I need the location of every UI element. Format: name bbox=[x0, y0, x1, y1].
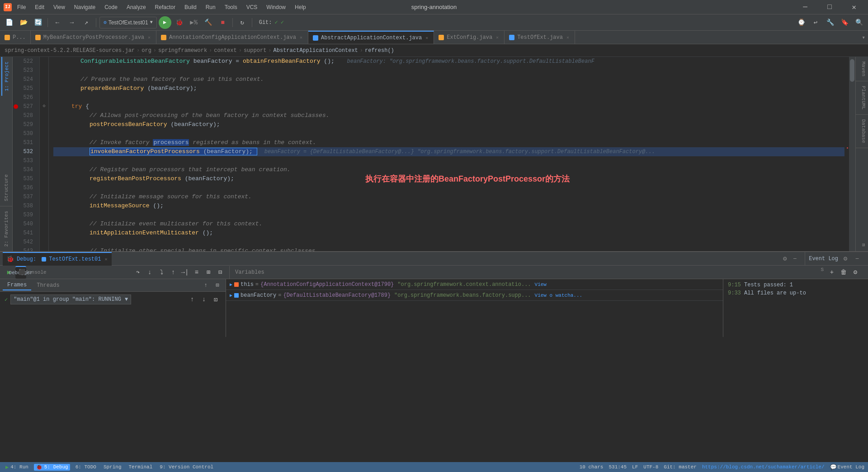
console-tab[interactable]: ⬛ Console bbox=[27, 266, 38, 279]
status-event-log[interactable]: 💬 Event Log bbox=[830, 464, 864, 471]
status-run-tab[interactable]: ▶ 4: Run bbox=[4, 464, 30, 471]
debug-tab-close[interactable]: ✕ bbox=[104, 256, 108, 262]
scrollbar-thumb[interactable] bbox=[850, 59, 854, 82]
evaluate-button[interactable]: ≡ bbox=[191, 267, 202, 278]
line-num-540: 540 bbox=[13, 220, 36, 229]
event-log-minimize-button[interactable]: − bbox=[853, 254, 862, 263]
run-button[interactable]: ▶ bbox=[159, 16, 171, 29]
new-file-button[interactable]: 📄 bbox=[3, 16, 15, 29]
menu-navigate[interactable]: Navigate bbox=[72, 3, 97, 11]
menu-edit[interactable]: Edit bbox=[33, 3, 46, 11]
stop-button[interactable]: ■ bbox=[217, 16, 229, 29]
add-watch-button[interactable]: + bbox=[826, 267, 837, 278]
forward-button[interactable]: → bbox=[66, 16, 78, 29]
tab-project[interactable]: P... bbox=[0, 31, 31, 44]
vertical-scrollbar[interactable] bbox=[849, 57, 855, 251]
run-config-selector[interactable]: ⚙ TestOfExt.test01 ▼ bbox=[99, 17, 157, 28]
menu-refactor[interactable]: Refactor bbox=[153, 3, 177, 11]
menu-analyze[interactable]: Analyze bbox=[125, 3, 148, 11]
var-key-beanfactory: beanFactory bbox=[241, 292, 276, 299]
run-coverage-button[interactable]: ▶% bbox=[188, 16, 200, 29]
filter-frames-button[interactable]: ⊡ bbox=[212, 280, 223, 291]
sidebar-tab-plantuml[interactable]: PlantUML bbox=[856, 81, 868, 115]
tab-extconfig[interactable]: ExtConfig.java ✕ bbox=[434, 31, 505, 44]
frames-tab[interactable]: Frames bbox=[3, 280, 31, 290]
var-expand-beanfactory[interactable]: ▶ bbox=[230, 293, 232, 298]
status-vcs-tab[interactable]: 9: Version Control bbox=[158, 464, 215, 470]
menu-code[interactable]: Code bbox=[103, 3, 119, 11]
var-expand-this[interactable]: ▶ bbox=[230, 282, 232, 287]
step-into-button[interactable]: ↓ bbox=[144, 267, 155, 278]
bookmark-button[interactable]: 🔖 bbox=[838, 16, 851, 29]
prev-frame-button[interactable]: ↑ bbox=[187, 294, 198, 305]
step-over-button[interactable]: ↷ bbox=[132, 267, 143, 278]
menu-view[interactable]: View bbox=[52, 3, 67, 11]
debug-minimize-button[interactable]: − bbox=[790, 254, 799, 263]
code-line-535: registerBeanPostProcessors (beanFactory)… bbox=[53, 174, 844, 183]
back-button[interactable]: ← bbox=[51, 16, 64, 29]
debug-main-tab[interactable]: 🐞 Debug: TestOfExt.test01 ✕ bbox=[3, 252, 112, 266]
sidebar-tab-database[interactable]: Database bbox=[856, 115, 868, 148]
update-button[interactable]: ↻ bbox=[236, 16, 249, 29]
settings-watch-button[interactable]: ⚙ bbox=[850, 267, 861, 278]
sidebar-tab-structure[interactable]: Structure bbox=[2, 170, 11, 206]
menu-tools[interactable]: Tools bbox=[223, 3, 239, 11]
menu-help[interactable]: Help bbox=[293, 3, 308, 11]
tab-close-testofext[interactable]: ✕ bbox=[566, 34, 570, 41]
var-view-this[interactable]: View bbox=[535, 282, 547, 287]
tab-close-annconfig[interactable]: ✕ bbox=[299, 34, 303, 41]
menu-run[interactable]: Run bbox=[204, 3, 217, 11]
tab-close-extconfig[interactable]: ✕ bbox=[495, 34, 500, 41]
sync-button[interactable]: 🔄 bbox=[32, 16, 44, 29]
history-button[interactable]: ⌚ bbox=[795, 16, 807, 29]
stream-button[interactable]: ⊞ bbox=[203, 267, 214, 278]
menu-file[interactable]: File bbox=[15, 3, 28, 11]
status-url[interactable]: https://blog.csdn.net/suchamaker/article… bbox=[702, 464, 825, 470]
tab-close-mybf[interactable]: ✕ bbox=[147, 34, 151, 41]
step-out-button[interactable]: ↑ bbox=[168, 267, 179, 278]
tab-annotationconfigappcontext[interactable]: AnnotationConfigApplicationContext.java … bbox=[156, 31, 308, 44]
build-button[interactable]: 🔨 bbox=[202, 16, 215, 29]
menu-window[interactable]: Window bbox=[264, 3, 288, 11]
app-icon: IJ bbox=[4, 3, 12, 11]
var-view-beanfactory[interactable]: View o watcha... bbox=[535, 293, 583, 298]
status-spring-tab[interactable]: Spring bbox=[102, 464, 123, 470]
sidebar-tab-maven[interactable]: Maven bbox=[856, 57, 868, 81]
line-num-533: 533 bbox=[13, 156, 36, 165]
recent-files-button[interactable]: ↗ bbox=[80, 16, 93, 29]
debug-settings-button[interactable]: ⚙ bbox=[780, 254, 789, 263]
minimize-button[interactable]: ─ bbox=[795, 0, 816, 14]
sidebar-tab-project[interactable]: 1: Project bbox=[1, 57, 11, 96]
build-debug-button[interactable]: ⊟ bbox=[215, 267, 226, 278]
more-tabs-button[interactable]: ▾ bbox=[859, 31, 868, 44]
status-todo-tab[interactable]: 6: TODO bbox=[74, 464, 98, 470]
event-log-settings-button[interactable]: ⚙ bbox=[841, 254, 850, 263]
menu-build[interactable]: Build bbox=[183, 3, 198, 11]
sidebar-tab-m[interactable]: m bbox=[856, 239, 868, 251]
force-step-into-button[interactable]: ⤵ bbox=[156, 267, 167, 278]
status-terminal-tab[interactable]: Terminal bbox=[127, 464, 154, 470]
tab-close-abstract[interactable]: ✕ bbox=[425, 35, 429, 41]
debug-button[interactable]: 🐞 bbox=[173, 16, 186, 29]
status-debug-tab[interactable]: 🐞 5: Debug bbox=[34, 464, 70, 471]
thread-selector[interactable]: "main"@1 in group "main": RUNNING ▼ bbox=[10, 294, 131, 304]
expand-frames-button[interactable]: ↑ bbox=[200, 280, 211, 291]
tools-button[interactable]: 🔧 bbox=[824, 16, 836, 29]
dropdown-arrow: ▼ bbox=[125, 296, 128, 303]
delete-watch-button[interactable]: 🗑 bbox=[838, 267, 849, 278]
close-button[interactable]: ✕ bbox=[844, 0, 864, 14]
menu-vcs[interactable]: VCS bbox=[245, 3, 259, 11]
tab-testofext[interactable]: TestOfExt.java ✕ bbox=[505, 31, 575, 44]
tab-mybeanfactorypostprocessor[interactable]: MyBeanFactoryPostProcessor.java ✕ bbox=[31, 31, 156, 44]
next-frame-button[interactable]: ↓ bbox=[198, 294, 209, 305]
search-everywhere-button[interactable]: 🔍 bbox=[853, 16, 865, 29]
tab-abstractappcontext[interactable]: AbstractApplicationContext.java ✕ bbox=[308, 31, 434, 44]
sidebar-tab-favorites[interactable]: 2: Favorites bbox=[2, 206, 11, 251]
open-button[interactable]: 📂 bbox=[17, 16, 30, 29]
threads-tab[interactable]: Threads bbox=[32, 281, 64, 290]
run-to-cursor-button[interactable]: →| bbox=[179, 267, 190, 278]
rollback-button[interactable]: ↩ bbox=[809, 16, 822, 29]
filter-thread-button[interactable]: ⊡ bbox=[210, 294, 221, 305]
code-content[interactable]: ConfigurableListableBeanFactory beanFact… bbox=[49, 57, 849, 251]
maximize-button[interactable]: □ bbox=[819, 0, 840, 14]
